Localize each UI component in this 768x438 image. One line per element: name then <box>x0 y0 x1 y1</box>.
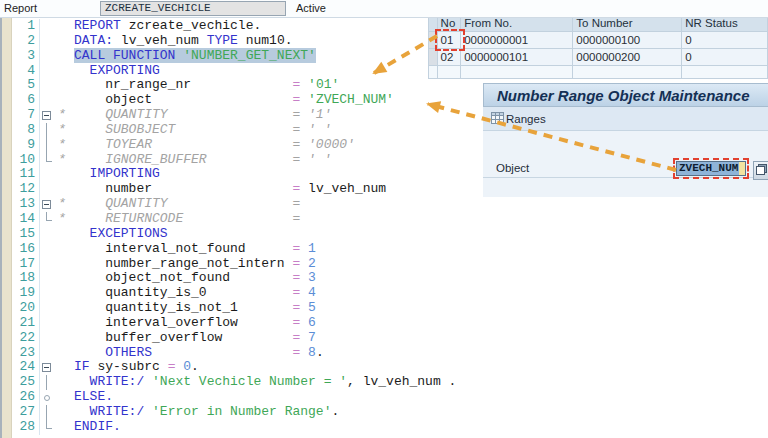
table-row[interactable]: 01000000000100000001000 <box>429 32 768 49</box>
fold-marker-open[interactable] <box>40 360 54 375</box>
table-cell-to[interactable]: 0000000200 <box>573 49 682 66</box>
code-text: buffer_overflow = 7 <box>74 331 316 346</box>
line-number: 7 <box>12 108 40 123</box>
code-line[interactable]: 14* RETURNCODE = <box>0 212 456 227</box>
ranges-button[interactable]: Ranges <box>488 111 549 127</box>
line-number: 28 <box>12 420 40 435</box>
fold-column <box>40 19 54 34</box>
code-line[interactable]: 24IF sy-subrc = 0. <box>0 360 456 375</box>
code-line[interactable]: 10* IGNORE_BUFFER = ' ' <box>0 153 456 168</box>
code-text: REPORT zcreate_vechicle. <box>74 19 261 34</box>
code-line[interactable]: 17 number_range_not_intern = 2 <box>0 257 456 272</box>
code-line[interactable]: 23 OTHERS = 8. <box>0 346 456 361</box>
code-text: IGNORE_BUFFER = ' ' <box>74 153 331 168</box>
code-text: object = 'ZVECH_NUM' <box>74 93 394 108</box>
code-line[interactable]: 19 quantity_is_0 = 4 <box>0 286 456 301</box>
code-line[interactable]: 8* SUBOBJECT = ' ' <box>0 123 456 138</box>
object-field-label: Object <box>496 162 529 174</box>
empty-table-row <box>429 66 768 79</box>
range-table-body: 0100000000010000000100002000000010100000… <box>429 32 768 79</box>
code-text: SUBOBJECT = ' ' <box>74 123 331 138</box>
code-text: interval_overflow = 6 <box>74 316 316 331</box>
empty-cell <box>573 66 682 79</box>
fold-column <box>40 257 54 272</box>
fold-column <box>40 49 54 64</box>
comment-star-column <box>54 301 74 316</box>
line-number: 17 <box>12 257 40 272</box>
report-label: Report <box>4 2 37 14</box>
panel-content: Object ZVECH_NUM <box>483 131 768 197</box>
fold-marker-open[interactable] <box>40 197 54 212</box>
fold-column <box>40 182 54 197</box>
fold-column <box>40 346 54 361</box>
code-text: DATA: lv_veh_num TYPE num10. <box>74 34 293 49</box>
code-line[interactable]: 6 object = 'ZVECH_NUM' <box>0 93 456 108</box>
line-number: 1 <box>12 19 40 34</box>
code-line[interactable]: 25 WRITE:/ 'Next Vechicle Number = ', lv… <box>0 375 456 390</box>
code-area[interactable]: 1REPORT zcreate_vechicle.2DATA: lv_veh_n… <box>0 19 456 435</box>
comment-star-column <box>54 375 74 390</box>
comment-star-column <box>54 360 74 375</box>
code-text: ENDIF. <box>74 420 121 435</box>
comment-star-column <box>54 390 74 405</box>
table-cell-no[interactable]: 02 <box>437 49 461 66</box>
table-cell-from[interactable]: 0000000001 <box>461 32 573 49</box>
row-selector-cell[interactable] <box>429 49 438 66</box>
code-line[interactable]: 27 WRITE:/ 'Error in Number Range'. <box>0 405 456 420</box>
code-line[interactable]: 7* QUANTITY = '1' <box>0 108 456 123</box>
number-range-intervals-table: NoFrom No.To NumberNR Status 01000000000… <box>428 14 768 79</box>
comment-star-column <box>54 405 74 420</box>
object-input[interactable]: ZVECH_NUM <box>676 161 746 176</box>
panel-title: Number Range Object Maintenance <box>483 83 768 107</box>
code-line[interactable]: 5 nr_range_nr = '01' <box>0 78 456 93</box>
code-line[interactable]: 18 object_not_found = 3 <box>0 271 456 286</box>
table-cell-to[interactable]: 0000000100 <box>573 32 682 49</box>
line-number: 19 <box>12 286 40 301</box>
table-cell-status[interactable]: 0 <box>682 49 768 66</box>
line-number: 9 <box>12 138 40 153</box>
comment-star-column: * <box>54 138 74 153</box>
fold-marker-pipe <box>40 138 54 153</box>
table-cell-from[interactable]: 0000000101 <box>461 49 573 66</box>
code-line[interactable]: 11 IMPORTING <box>0 167 456 182</box>
object-input-empty-area <box>739 162 745 175</box>
comment-star-column <box>54 227 74 242</box>
program-name-input[interactable]: ZCREATE_VECHICLE <box>100 1 286 16</box>
table-row[interactable]: 02000000010100000002000 <box>429 49 768 66</box>
code-line[interactable]: 15 EXCEPTIONS <box>0 227 456 242</box>
code-line[interactable]: 26ELSE. <box>0 390 456 405</box>
code-line[interactable]: 12 number = lv_veh_num <box>0 182 456 197</box>
fold-column <box>40 34 54 49</box>
code-line[interactable]: 16 interval_not_found = 1 <box>0 242 456 257</box>
code-line[interactable]: 3CALL FUNCTION 'NUMBER_GET_NEXT' <box>0 49 456 64</box>
fold-marker-end <box>40 153 54 168</box>
line-number: 26 <box>12 390 40 405</box>
line-number: 4 <box>12 64 40 79</box>
code-line[interactable]: 20 quantity_is_not_1 = 5 <box>0 301 456 316</box>
code-line[interactable]: 22 buffer_overflow = 7 <box>0 331 456 346</box>
code-line[interactable]: 21 interval_overflow = 6 <box>0 316 456 331</box>
fold-column <box>40 286 54 301</box>
fold-marker-open[interactable] <box>40 108 54 123</box>
code-line[interactable]: 2DATA: lv_veh_num TYPE num10. <box>0 34 456 49</box>
red-dashed-marker-interval-01 <box>435 29 465 51</box>
code-text: quantity_is_not_1 = 5 <box>74 301 316 316</box>
empty-cell <box>429 66 438 79</box>
comment-star-column: * <box>54 108 74 123</box>
code-text: EXCEPTIONS <box>74 227 168 242</box>
line-number: 23 <box>12 346 40 361</box>
line-number: 27 <box>12 405 40 420</box>
possible-entries-button[interactable] <box>753 161 768 180</box>
comment-star-column <box>54 167 74 182</box>
code-line[interactable]: 1REPORT zcreate_vechicle. <box>0 19 456 34</box>
code-line[interactable]: 13* QUANTITY = <box>0 197 456 212</box>
overlapping-windows-icon <box>756 164 767 175</box>
code-line[interactable]: 4 EXPORTING <box>0 64 456 79</box>
code-line[interactable]: 28ENDIF. <box>0 420 456 435</box>
fold-column <box>40 301 54 316</box>
code-text: nr_range_nr = '01' <box>74 78 339 93</box>
fold-marker-pipe <box>40 405 54 420</box>
fold-marker-end <box>40 212 54 227</box>
table-cell-status[interactable]: 0 <box>682 32 768 49</box>
code-line[interactable]: 9* TOYEAR = '0000' <box>0 138 456 153</box>
